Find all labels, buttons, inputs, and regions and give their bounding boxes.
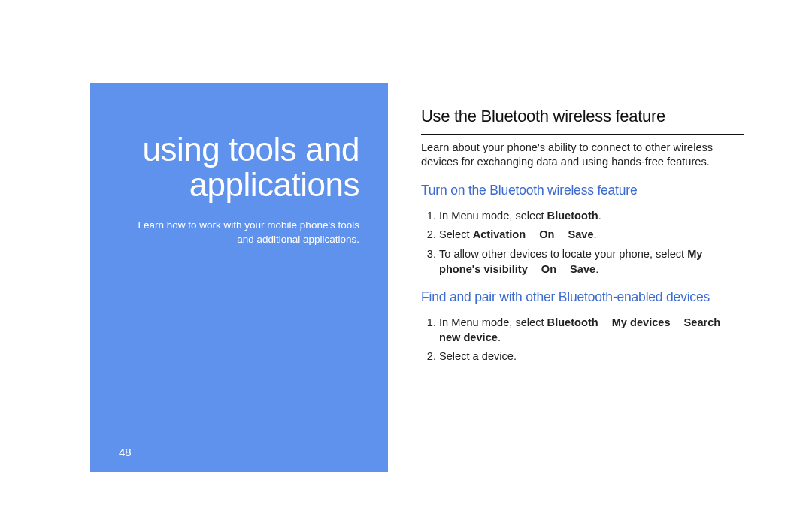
chapter-subtitle-line1: Learn how to work with your mobile phone…	[138, 219, 359, 231]
section-heading: Use the Bluetooth wireless feature	[421, 105, 744, 128]
step: In Menu mode, select Bluetooth.	[439, 209, 744, 224]
section-intro: Learn about your phone's ability to conn…	[421, 141, 744, 170]
subsection-find-pair: Find and pair with other Bluetooth-enabl…	[421, 289, 744, 307]
page-number: 48	[119, 446, 132, 458]
step: In Menu mode, select BluetoothMy devices…	[439, 316, 744, 345]
chapter-subtitle-line2: and additional applications.	[237, 234, 359, 245]
step: Select ActivationOnSave.	[439, 228, 744, 243]
manual-page: using tools and applications Learn how t…	[0, 0, 812, 523]
step: To allow other devices to locate your ph…	[439, 247, 744, 277]
step: Select a device.	[439, 349, 744, 364]
subsection-turn-on: Turn on the Bluetooth wireless feature	[421, 182, 744, 200]
chapter-panel: using tools and applications Learn how t…	[90, 83, 388, 472]
chapter-title-line1: using tools and	[143, 131, 360, 168]
chapter-subtitle: Learn how to work with your mobile phone…	[138, 219, 359, 246]
content-column: Use the Bluetooth wireless feature Learn…	[421, 83, 744, 470]
chapter-title-line2: applications	[189, 166, 359, 203]
chapter-title: using tools and applications	[143, 132, 360, 202]
steps-turn-on: In Menu mode, select Bluetooth. Select A…	[421, 209, 744, 277]
heading-rule	[421, 134, 744, 135]
steps-find-pair: In Menu mode, select BluetoothMy devices…	[421, 316, 744, 364]
